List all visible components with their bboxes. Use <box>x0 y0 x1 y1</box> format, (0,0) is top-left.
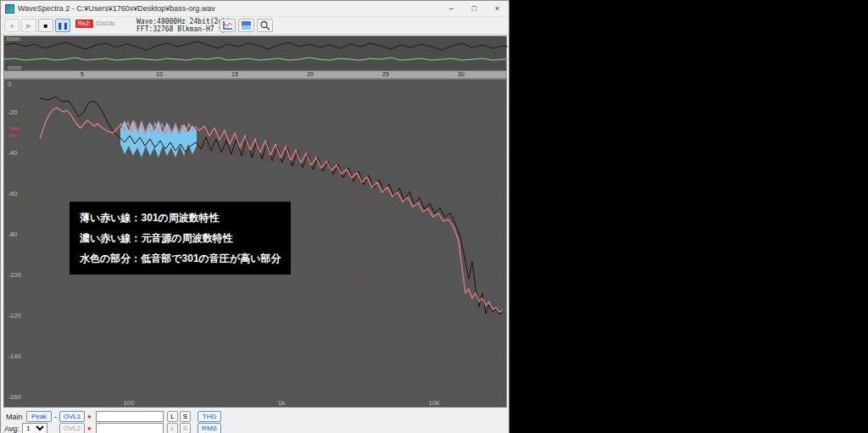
ovl2-file-input[interactable] <box>96 423 164 433</box>
dash-label: - <box>54 413 57 421</box>
ovl1-file-input[interactable] <box>96 411 164 422</box>
wavespectra-window: WaveSpectra 2 - C:¥Users¥1760x¥Desktop¥b… <box>0 0 509 433</box>
db-axis-label: -80 <box>8 230 18 238</box>
time-tick-label: 30 <box>458 71 465 77</box>
title-bar[interactable]: WaveSpectra 2 - C:¥Users¥1760x¥Desktop¥b… <box>1 1 509 17</box>
db-axis-label: -40 <box>8 149 18 157</box>
annotation-line-3: 水色の部分：低音部で301の音圧が高い部分 <box>80 248 281 269</box>
s2-button[interactable]: S <box>180 423 191 433</box>
freq-axis-label: 10k <box>429 399 441 407</box>
ovl2-indicator-icon: ● <box>87 425 92 432</box>
ovl2-button[interactable]: OVL2 <box>59 423 85 433</box>
ovl1-button[interactable]: OVL1 <box>59 411 85 422</box>
thd-readout-text: THD <box>8 126 19 131</box>
l2-button[interactable]: L <box>167 423 178 433</box>
freq-axis-label: 100 <box>123 399 135 407</box>
stop-button[interactable]: ■ <box>38 19 53 32</box>
db-axis-label: -20 <box>8 108 18 116</box>
time-tick-label: 20 <box>307 71 314 77</box>
bottom-control-bar: Main Peak - OVL1 ● L S THD Avg: 1 OVL2 ●… <box>1 408 509 433</box>
toolbar: ● ▶ ■ ❚❚ Re2: 02s03s Wave:48000Hz 24bit(… <box>1 17 509 35</box>
main-label: Main <box>6 413 23 421</box>
annotation-line-1: 薄い赤い線：301の周波数特性 <box>80 208 281 228</box>
wave-right-channel-line <box>4 58 508 60</box>
l1-button[interactable]: L <box>167 411 178 422</box>
annotation-line-2: 濃い赤い線：元音源の周波数特性 <box>80 228 281 248</box>
time-tick-label: 5 <box>81 71 84 77</box>
time-tick-label: 15 <box>231 71 238 77</box>
db-axis-label: -120 <box>8 312 22 319</box>
db-axis-label: -60 <box>8 190 18 197</box>
avg-label: Avg: <box>4 425 19 433</box>
avg-select[interactable]: 1 <box>22 423 47 433</box>
axes-icon <box>222 20 233 31</box>
window-title: WaveSpectra 2 - C:¥Users¥1760x¥Desktop¥b… <box>18 4 440 13</box>
wave-min-label: -32000 <box>6 65 22 70</box>
wave-max-label: 32000 <box>6 36 20 42</box>
thd-readout-text: AN <box>8 133 15 138</box>
recording-badge: Re2: <box>75 19 93 28</box>
db-axis-label: -140 <box>8 353 22 360</box>
axis-settings-button[interactable] <box>220 19 236 32</box>
waveform-plot <box>4 36 508 72</box>
thd-button[interactable]: THD <box>198 411 221 422</box>
spectrogram-button[interactable] <box>238 19 254 32</box>
annotation-overlay: 薄い赤い線：301の周波数特性 濃い赤い線：元音源の周波数特性 水色の部分：低音… <box>70 202 291 275</box>
close-button[interactable]: × <box>486 1 509 17</box>
record-button[interactable]: ● <box>4 19 19 32</box>
spectrum-panel: 0-20-40-60-80-100-120-140-1601001k10kTHD… <box>3 79 507 408</box>
db-axis-label: 0 <box>8 80 12 88</box>
time-readout: 02s03s <box>96 20 115 26</box>
maximize-button[interactable]: □ <box>463 1 486 17</box>
freq-axis-label: 1k <box>278 399 286 407</box>
wave-left-channel-line <box>4 42 508 50</box>
rms-button[interactable]: RMS <box>198 423 221 433</box>
ovl1-indicator-icon: ● <box>87 413 92 420</box>
time-ruler[interactable]: 51015202530 <box>3 71 507 79</box>
settings-button[interactable] <box>257 19 273 32</box>
pause-button[interactable]: ❚❚ <box>55 19 70 32</box>
peak-button[interactable]: Peak <box>26 411 52 422</box>
db-axis-label: -160 <box>8 393 22 401</box>
time-tick-label: 10 <box>156 71 163 77</box>
minimize-button[interactable]: – <box>440 1 463 17</box>
s1-button[interactable]: S <box>180 411 191 422</box>
magnifier-icon <box>259 20 270 31</box>
spectrogram-icon <box>241 20 252 31</box>
app-icon <box>5 4 14 14</box>
db-axis-label: -100 <box>8 271 22 279</box>
time-tick-label: 25 <box>382 71 389 77</box>
play-button[interactable]: ▶ <box>21 19 36 32</box>
waveform-panel: 32000 -32000 <box>3 36 507 71</box>
